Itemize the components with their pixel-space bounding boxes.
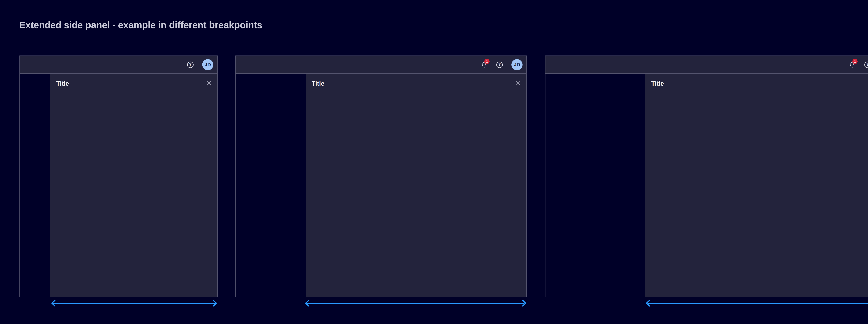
extended-side-panel: Title [306, 74, 526, 297]
app-body: Title [546, 74, 868, 297]
side-panel-title: Title [312, 80, 324, 87]
side-panel-title: Title [56, 80, 69, 87]
help-button[interactable]: ? [496, 62, 503, 68]
side-panel-header: Title [306, 74, 526, 87]
app-header: ? JD [20, 56, 217, 74]
panel-width-arrow-small [51, 299, 217, 307]
user-avatar[interactable]: JD [202, 59, 213, 70]
app-body: Title [236, 74, 526, 297]
close-x-icon [207, 80, 212, 86]
side-panel-title: Title [651, 80, 664, 87]
app-body: Title [20, 74, 217, 297]
panel-width-arrow-medium [305, 299, 527, 307]
arrow-shaft [648, 303, 868, 304]
notifications-button[interactable]: 1 [481, 61, 488, 68]
arrow-right-chevron-icon [213, 299, 217, 307]
help-icon: ? [498, 63, 501, 67]
notifications-button[interactable]: 1 [849, 61, 856, 68]
breakpoint-frame-medium: 1 ? JD Title [235, 56, 527, 297]
panel-width-arrow-large [646, 299, 868, 307]
breakpoint-frame-large: 1 ? JD Title [545, 56, 868, 297]
notification-badge: 1 [852, 59, 858, 64]
breakpoint-frame-small: ? JD Title [20, 56, 218, 297]
app-content-behind-panel [236, 74, 306, 297]
app-header: 1 ? JD [236, 56, 526, 74]
arrow-shaft [53, 303, 215, 304]
notification-badge: 1 [484, 59, 490, 64]
side-panel-header: Title [645, 74, 868, 87]
help-icon: ? [866, 63, 868, 67]
user-avatar[interactable]: JD [512, 59, 523, 70]
app-header: 1 ? JD [546, 56, 868, 74]
arrow-right-chevron-icon [522, 299, 527, 307]
close-x-icon [516, 80, 521, 86]
arrow-shaft [307, 303, 524, 304]
side-panel-header: Title [50, 74, 217, 87]
help-icon: ? [189, 63, 191, 67]
close-button[interactable] [207, 80, 212, 86]
page-title: Extended side panel - example in differe… [19, 20, 262, 31]
close-button[interactable] [516, 80, 521, 86]
extended-side-panel: Title [645, 74, 868, 297]
app-content-behind-panel [546, 74, 645, 297]
help-button[interactable]: ? [864, 62, 868, 68]
app-content-behind-panel [20, 74, 50, 297]
help-button[interactable]: ? [187, 62, 193, 68]
extended-side-panel: Title [50, 74, 217, 297]
